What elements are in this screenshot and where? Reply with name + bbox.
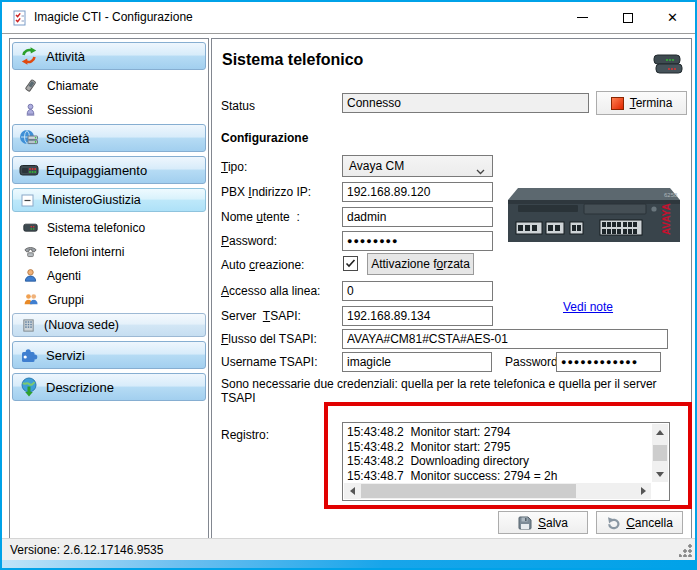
title-bar[interactable]: Imagicle CTI - Configurazione ✕ <box>2 2 695 34</box>
tsapi-password-field[interactable] <box>556 352 661 372</box>
vertical-scrollbar[interactable] <box>652 424 668 482</box>
cancella-button[interactable]: Cancella <box>596 511 683 534</box>
sidebar-item-label: Sessioni <box>47 103 92 117</box>
maximize-button[interactable] <box>605 2 650 33</box>
sidebar-item-descrizione[interactable]: Descrizione <box>12 373 206 401</box>
log-lines: 15:43:48.2 Monitor start: 2794 15:43:48.… <box>343 425 651 482</box>
config-section-title: Configurazione <box>221 131 308 145</box>
mobile-phone-icon <box>23 78 38 93</box>
sidebar-item-label: Chiamate <box>47 79 98 93</box>
desk-phone-icon <box>23 244 38 259</box>
tsapi-username-label: Username TSAPI: <box>221 355 317 369</box>
tsapi-password-label: Password: <box>505 355 561 369</box>
sidebar-item-label: Gruppi <box>48 293 84 307</box>
sidebar-item-label: Equipaggiamento <box>46 163 147 178</box>
arrow-up-icon <box>656 430 664 435</box>
app-checklist-icon <box>12 10 28 30</box>
device-model-text: 6258 <box>664 192 678 198</box>
sidebar-item-label: Attività <box>46 49 85 64</box>
vedi-note-link[interactable]: Vedi note <box>563 300 613 314</box>
minimize-button[interactable] <box>560 2 605 33</box>
sidebar-item-servizi[interactable]: Servizi <box>12 341 206 369</box>
check-icon <box>345 258 356 269</box>
minimize-icon <box>577 17 588 18</box>
tsapi-stream-label: Flusso del TSAPI: <box>221 332 317 346</box>
undo-arrow-icon <box>606 516 620 530</box>
globe-server-icon <box>19 128 39 148</box>
sidebar-item-label: (Nuova sede) <box>44 318 119 332</box>
server-leds-icon <box>19 160 39 180</box>
sidebar-item-label: Società <box>46 131 89 146</box>
agent-person-icon <box>23 268 38 283</box>
cancella-label: Cancella <box>626 516 673 530</box>
globe-download-icon <box>19 377 39 397</box>
tsapi-stream-field[interactable] <box>342 329 668 349</box>
horizontal-scroll-thumb[interactable] <box>361 484 576 498</box>
password-field[interactable] <box>342 231 493 251</box>
attivazione-forzata-button[interactable]: Attivazione forzata <box>367 253 474 275</box>
sidebar-item-label: Telefoni interni <box>47 245 124 259</box>
sidebar-item-agenti[interactable]: Agenti <box>12 265 206 286</box>
close-icon: ✕ <box>667 11 678 24</box>
group-people-icon <box>23 292 39 307</box>
username-field[interactable] <box>342 207 493 227</box>
log-line: 15:43:48.2 Monitor start: 2794 <box>343 425 651 440</box>
version-text: Versione: 2.6.12.17146.9535 <box>10 543 163 557</box>
pbx-ip-field[interactable] <box>342 182 493 202</box>
arrow-down-icon <box>656 472 664 477</box>
save-floppy-icon <box>518 516 532 530</box>
horizontal-scrollbar[interactable] <box>344 483 651 499</box>
status-field[interactable] <box>342 93 589 113</box>
app-window: Imagicle CTI - Configurazione ✕ Attività <box>0 0 697 570</box>
navigation-sidebar: Attività Chiamate Ses <box>9 38 209 540</box>
device-brand-text: AVAYA <box>661 203 672 235</box>
termina-label: Termina <box>630 96 673 110</box>
line-access-label: Accesso alla linea: <box>221 284 320 298</box>
window-bottom-border <box>2 560 695 568</box>
tsapi-server-field[interactable] <box>342 306 493 326</box>
stop-square-icon <box>611 97 624 110</box>
page-title: Sistema telefonico <box>222 51 363 69</box>
sidebar-item-sistema-telefonico[interactable]: Sistema telefonico <box>12 217 206 238</box>
status-label: Status <box>221 99 255 113</box>
autocreate-label: Auto creazione: <box>221 258 304 272</box>
registro-log[interactable]: 15:43:48.2 Monitor start: 2794 15:43:48.… <box>342 422 670 501</box>
line-access-field[interactable] <box>342 281 493 301</box>
salva-label: Salva <box>538 516 568 530</box>
sidebar-item-sessioni[interactable]: Sessioni <box>12 99 206 120</box>
scroll-left-button[interactable] <box>344 483 360 499</box>
scroll-up-button[interactable] <box>652 424 668 440</box>
sidebar-item-telefoni-interni[interactable]: Telefoni interni <box>12 241 206 262</box>
log-line: 15:43:48.2 Downloading directory <box>343 454 651 469</box>
status-bar: Versione: 2.6.12.17146.9535 <box>2 538 695 560</box>
scroll-down-button[interactable] <box>652 466 668 482</box>
sidebar-item-label: MinisteroGiustizia <box>42 193 141 207</box>
password-label: Password: <box>221 234 277 248</box>
maximize-icon <box>623 13 633 23</box>
sidebar-item-label: Descrizione <box>46 380 114 395</box>
sidebar-item-ministerogiustizia[interactable]: MinisteroGiustizia <box>12 188 206 212</box>
log-line: 15:43:48.2 Monitor start: 2795 <box>343 440 651 455</box>
autocreate-checkbox[interactable] <box>343 256 358 271</box>
arrow-right-icon <box>641 487 646 495</box>
activity-arrows-icon <box>19 46 39 66</box>
arrow-left-icon <box>350 487 355 495</box>
resize-grip[interactable] <box>679 544 692 557</box>
vertical-scroll-thumb[interactable] <box>653 445 667 461</box>
close-button[interactable]: ✕ <box>650 2 695 33</box>
termina-button[interactable]: Termina <box>596 91 687 115</box>
tsapi-username-field[interactable] <box>342 352 492 372</box>
sidebar-item-label: Servizi <box>46 348 85 363</box>
sidebar-item-nuova-sede[interactable]: (Nuova sede) <box>12 313 206 337</box>
tipo-selected-value: Avaya CM <box>349 159 404 173</box>
tipo-select[interactable]: Avaya CM <box>342 155 493 177</box>
sidebar-item-attivita[interactable]: Attività <box>12 42 206 70</box>
sidebar-item-equipaggiamento[interactable]: Equipaggiamento <box>12 156 206 184</box>
sidebar-item-chiamate[interactable]: Chiamate <box>12 75 206 96</box>
sidebar-item-gruppi[interactable]: Gruppi <box>12 289 206 310</box>
registro-label: Registro: <box>221 428 269 442</box>
pbx-server-icon <box>23 220 38 235</box>
salva-button[interactable]: Salva <box>498 511 588 534</box>
sidebar-item-societa[interactable]: Società <box>12 124 206 152</box>
scroll-right-button[interactable] <box>635 483 651 499</box>
